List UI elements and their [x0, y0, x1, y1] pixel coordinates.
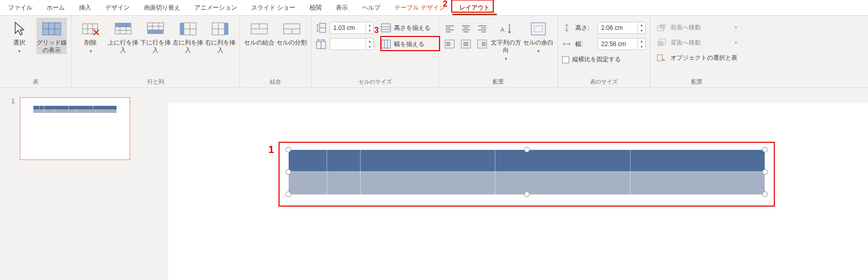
spin-down-icon[interactable]: ▾: [638, 44, 645, 50]
tab-layout[interactable]: レイアウト: [452, 1, 497, 15]
insert-col-right-button[interactable]: 右に列を挿入: [205, 18, 235, 54]
group-alignment: A 文字列の方向 ▾ セルの余白 ▾ 配置: [439, 16, 558, 88]
split-cells-icon: [282, 21, 302, 37]
resize-handle[interactable]: [762, 191, 768, 197]
svg-rect-25: [224, 23, 228, 35]
spin-down-icon[interactable]: ▾: [638, 28, 645, 33]
svg-rect-73: [657, 55, 662, 61]
insert-row-below-icon: [145, 21, 166, 37]
svg-rect-68: [534, 26, 542, 32]
resize-handle[interactable]: [286, 169, 291, 175]
spin-up-icon[interactable]: ▴: [638, 38, 645, 44]
annotation-1-number: 1: [268, 144, 274, 155]
align-middle-left-button[interactable]: [443, 38, 456, 50]
tab-slideshow[interactable]: スライド ショー: [244, 1, 302, 15]
spin-up-icon[interactable]: ▴: [638, 22, 645, 28]
col-width-icon: [315, 38, 327, 50]
spin-down-icon[interactable]: ▾: [366, 44, 373, 50]
spin-up-icon[interactable]: ▴: [366, 22, 373, 28]
group-table-size-label: 表のサイズ: [590, 76, 618, 88]
lock-aspect-label: 縦横比を固定する: [572, 55, 621, 64]
align-top-left-button[interactable]: [443, 23, 456, 35]
view-gridlines-button[interactable]: グリッド線の表示: [36, 18, 67, 54]
text-direction-button[interactable]: A 文字列の方向 ▾: [491, 18, 521, 61]
tab-view[interactable]: 表示: [329, 1, 355, 15]
align-middle-center-button[interactable]: [459, 38, 472, 50]
tab-file[interactable]: ファイル: [1, 1, 40, 15]
group-arrange: 前面へ移動 ▾ 背面へ移動 ▾ オブジェクトの選択と表 配置: [650, 16, 743, 88]
tab-design[interactable]: デザイン: [98, 1, 137, 15]
table-width-input[interactable]: [598, 38, 638, 50]
spin-up-icon[interactable]: ▴: [366, 38, 373, 44]
insert-col-left-button[interactable]: 左に列を挿入: [173, 18, 203, 54]
slide-thumbnail[interactable]: [20, 97, 130, 160]
table-width-label: 幅:: [575, 40, 594, 49]
insert-row-below-button[interactable]: 下に行を挿入: [140, 18, 171, 54]
resize-handle[interactable]: [524, 191, 530, 197]
table-width-icon: [562, 39, 571, 49]
resize-handle[interactable]: [286, 191, 291, 197]
table-height-spinner[interactable]: ▴▾: [598, 22, 646, 34]
tab-table-design[interactable]: テーブル デザイン: [387, 1, 452, 15]
tab-help[interactable]: ヘルプ: [355, 1, 387, 15]
chevron-down-icon: ▾: [505, 56, 507, 61]
svg-rect-18: [180, 23, 184, 35]
tab-insert[interactable]: 挿入: [72, 1, 98, 15]
align-middle-right-button[interactable]: [476, 38, 489, 50]
view-gridlines-label: グリッド線の表示: [36, 39, 67, 54]
selected-table[interactable]: [289, 150, 765, 194]
chevron-down-icon: ▾: [537, 49, 540, 54]
resize-handle[interactable]: [524, 147, 530, 152]
svg-rect-67: [531, 23, 545, 35]
selection-pane-button[interactable]: オブジェクトの選択と表: [654, 51, 739, 64]
insert-row-above-button[interactable]: 上に行を挿入: [108, 18, 138, 54]
send-backward-button[interactable]: 背面へ移動 ▾: [654, 36, 739, 49]
tab-transitions[interactable]: 画面切り替え: [137, 1, 187, 15]
row-height-icon: [315, 22, 327, 33]
row-height-input[interactable]: [330, 22, 366, 33]
delete-button[interactable]: 削除 ▾: [75, 18, 106, 54]
tab-review[interactable]: 校閲: [302, 1, 329, 15]
slide-canvas[interactable]: 1: [168, 103, 868, 280]
bring-forward-button[interactable]: 前面へ移動 ▾: [654, 21, 739, 34]
text-direction-icon: A: [498, 21, 514, 37]
row-height-spinner[interactable]: ▴▾: [330, 22, 374, 34]
merge-cells-button[interactable]: セルの結合: [244, 18, 274, 47]
distribute-rows-button[interactable]: 高さを揃える: [377, 22, 435, 34]
table-height-icon: [562, 23, 571, 32]
bring-forward-label: 前面へ移動: [670, 23, 701, 32]
distribute-cols-button[interactable]: 幅を揃える: [377, 38, 428, 50]
select-button[interactable]: 選択 ▾: [4, 18, 34, 54]
group-cell-size-label: セルのサイズ: [359, 76, 392, 88]
split-cells-label: セルの分割: [277, 39, 307, 47]
group-cell-size: ▴▾ 高さを揃える ▴▾: [311, 16, 439, 88]
col-width-input[interactable]: [330, 38, 366, 50]
slide-edit-pane[interactable]: 1: [168, 88, 868, 280]
lock-aspect-checkbox[interactable]: 縦横比を固定する: [562, 55, 646, 64]
cell-margins-button[interactable]: セルの余白 ▾: [523, 18, 554, 54]
insert-row-below-label: 下に行を挿入: [140, 39, 171, 54]
thumbnails-pane[interactable]: 1: [0, 88, 168, 280]
group-merge-label: 結合: [270, 76, 281, 88]
spin-down-icon[interactable]: ▾: [366, 28, 373, 33]
align-top-right-button[interactable]: [476, 23, 489, 35]
table-width-spinner[interactable]: ▴▾: [598, 38, 646, 50]
resize-handle[interactable]: [762, 147, 768, 152]
col-width-spinner[interactable]: ▴▾: [330, 38, 374, 50]
tab-home[interactable]: ホーム: [40, 1, 72, 15]
group-merge: セルの結合 セルの分割 結合: [240, 16, 311, 88]
svg-rect-69: [659, 24, 665, 29]
table-height-input[interactable]: [598, 22, 638, 33]
distribute-cols-icon: [381, 39, 391, 49]
distribute-cols-label: 幅を揃える: [394, 40, 424, 49]
tab-animations[interactable]: アニメーション: [187, 1, 244, 15]
resize-handle[interactable]: [762, 169, 768, 175]
resize-handle[interactable]: [286, 147, 291, 152]
svg-rect-34: [381, 24, 390, 32]
delete-icon: [81, 21, 101, 37]
group-alignment-label: 配置: [493, 76, 504, 88]
svg-rect-71: [657, 41, 663, 46]
group-rows-cols-label: 行と列: [147, 76, 164, 88]
align-top-center-button[interactable]: [459, 23, 472, 35]
split-cells-button[interactable]: セルの分割: [277, 18, 307, 47]
